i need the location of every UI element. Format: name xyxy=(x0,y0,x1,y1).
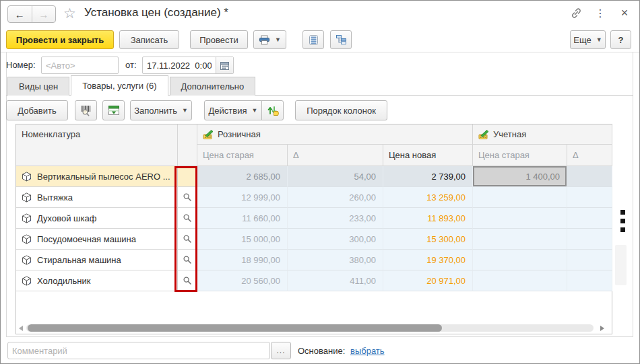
accounting-delta-cell[interactable] xyxy=(567,229,612,250)
tab-additional[interactable]: Дополнительно xyxy=(170,77,256,96)
accounting-old-price-cell[interactable] xyxy=(473,270,567,291)
column-order-button[interactable]: Порядок колонок xyxy=(295,100,387,120)
column-header-retail-delta[interactable]: Δ xyxy=(288,145,383,166)
scroll-left-arrow-icon[interactable] xyxy=(19,326,23,331)
table-row[interactable]: Холодильник 20 560,00 411,00 20 971,00 xyxy=(16,270,612,291)
retail-new-price-cell[interactable]: 15 300,00 xyxy=(383,229,473,250)
accounting-delta-cell[interactable] xyxy=(567,208,612,229)
table-row[interactable]: Стиральная машина 18 990,00 380,00 19 37… xyxy=(16,250,612,270)
back-button[interactable]: ← xyxy=(8,6,32,22)
table-row[interactable]: Посудомоечная машина 15 000,00 300,00 15… xyxy=(16,229,612,250)
fill-menu-button[interactable]: Заполнить▼ xyxy=(130,100,192,120)
accounting-delta-cell[interactable] xyxy=(567,166,612,187)
retail-old-price-cell[interactable]: 11 660,00 xyxy=(197,208,288,229)
comment-expand-button[interactable]: ... xyxy=(271,342,291,359)
retail-old-price-cell[interactable]: 18 990,00 xyxy=(197,250,288,270)
date-input[interactable] xyxy=(143,57,216,73)
product-box-icon xyxy=(22,255,32,265)
accounting-delta-cell[interactable] xyxy=(567,250,612,270)
retail-delta-cell[interactable]: 260,00 xyxy=(288,187,383,208)
post-and-close-button[interactable]: Провести и закрыть xyxy=(6,30,114,49)
close-icon[interactable]: × xyxy=(618,6,631,20)
group-header-accounting[interactable]: 1.00 Учетная xyxy=(473,124,612,145)
retail-delta-cell[interactable]: 300,00 xyxy=(288,229,383,250)
splitter-grip-dot[interactable] xyxy=(620,227,625,232)
vertical-scroll-thumb[interactable] xyxy=(615,245,627,285)
favorite-star-icon[interactable]: ☆ xyxy=(63,5,76,22)
retail-new-price-cell[interactable]: 19 370,00 xyxy=(383,250,473,270)
table-row[interactable]: Вертикальный пылесос AERO ... 2 685,00 5… xyxy=(16,166,612,187)
add-row-button[interactable]: Добавить xyxy=(6,100,68,120)
accounting-old-price-cell[interactable]: 1 400,00 xyxy=(473,166,567,187)
print-button[interactable]: ▼ xyxy=(253,30,286,49)
horizontal-scroll-thumb[interactable] xyxy=(28,324,442,332)
accounting-delta-cell[interactable] xyxy=(567,270,612,291)
reports-button[interactable] xyxy=(302,30,324,49)
document-structure-button[interactable] xyxy=(330,30,352,49)
tab-price-kinds[interactable]: Виды цен xyxy=(7,77,69,96)
pick-items-button[interactable] xyxy=(102,100,125,120)
scroll-right-arrow-icon[interactable] xyxy=(600,326,604,331)
open-item-cell[interactable] xyxy=(178,166,197,187)
calendar-button[interactable] xyxy=(216,57,233,73)
retail-new-price-cell[interactable]: 13 259,00 xyxy=(383,187,473,208)
nomenclature-cell[interactable]: Вытяжка xyxy=(16,187,178,208)
open-item-cell[interactable] xyxy=(178,250,197,270)
splitter-grip-dot[interactable] xyxy=(620,210,625,215)
tab-goods-services[interactable]: Товары, услуги (6) xyxy=(71,75,168,96)
post-button[interactable]: Провести xyxy=(190,30,248,49)
retail-delta-cell[interactable]: 54,00 xyxy=(288,166,383,187)
open-item-cell[interactable] xyxy=(178,229,197,250)
open-item-cell[interactable] xyxy=(178,208,197,229)
column-header-retail-new[interactable]: Цена новая xyxy=(383,145,473,166)
splitter-grip-dot[interactable] xyxy=(620,219,625,223)
retail-old-price-cell[interactable]: 15 000,00 xyxy=(197,229,288,250)
horizontal-scroll-track[interactable] xyxy=(26,324,594,332)
retail-delta-cell[interactable]: 411,00 xyxy=(288,270,383,291)
horizontal-scrollbar[interactable] xyxy=(18,324,610,332)
nomenclature-cell[interactable]: Духовой шкаф xyxy=(16,208,178,229)
number-input[interactable] xyxy=(41,57,119,74)
column-header-retail-old[interactable]: Цена старая xyxy=(197,145,288,166)
nomenclature-cell[interactable]: Стиральная машина xyxy=(16,250,178,270)
column-header-accounting-delta[interactable]: Δ xyxy=(567,145,612,166)
retail-delta-cell[interactable]: 233,00 xyxy=(288,208,383,229)
window-menu-icon[interactable]: ⋮ xyxy=(594,6,607,20)
accounting-old-price-cell[interactable] xyxy=(473,187,567,208)
nomenclature-cell[interactable]: Посудомоечная машина xyxy=(16,229,178,250)
product-box-icon xyxy=(22,172,32,182)
column-header-nomenclature[interactable]: Номенклатура xyxy=(16,124,178,166)
nomenclature-cell[interactable]: Холодильник xyxy=(16,270,178,291)
table-row[interactable]: Духовой шкаф 11 660,00 233,00 11 893,00 xyxy=(16,208,612,229)
comment-input[interactable] xyxy=(7,342,270,359)
nomenclature-cell[interactable]: Вертикальный пылесос AERO ... xyxy=(16,166,178,187)
link-icon[interactable] xyxy=(569,6,583,20)
actions-menu-button[interactable]: Действия▼ xyxy=(204,100,262,120)
help-button[interactable]: ? xyxy=(610,30,631,49)
accounting-old-price-cell[interactable] xyxy=(473,229,567,250)
retail-new-price-cell[interactable]: 20 971,00 xyxy=(383,270,473,291)
retail-old-price-cell[interactable]: 12 999,00 xyxy=(197,187,288,208)
more-button[interactable]: Еще▼ xyxy=(570,30,606,49)
open-item-cell[interactable] xyxy=(178,187,197,208)
change-prices-button[interactable] xyxy=(261,100,284,120)
barcode-search-button[interactable] xyxy=(75,100,97,120)
forward-button[interactable]: → xyxy=(32,6,56,22)
retail-new-price-cell[interactable]: 11 893,00 xyxy=(383,208,473,229)
write-button[interactable]: Записать xyxy=(119,30,179,49)
basis-select-link[interactable]: выбрать xyxy=(350,346,385,356)
retail-delta-cell[interactable]: 380,00 xyxy=(288,250,383,270)
open-item-cell[interactable] xyxy=(178,270,197,291)
table-row[interactable]: Вытяжка 12 999,00 260,00 13 259,00 xyxy=(16,187,612,208)
accounting-old-price-cell[interactable] xyxy=(473,250,567,270)
group-header-retail[interactable]: 1.00 Розничная xyxy=(197,124,473,145)
retail-new-price-cell[interactable]: 2 739,00 xyxy=(383,166,473,187)
column-header-accounting-old[interactable]: Цена старая xyxy=(473,145,567,166)
retail-old-price-cell[interactable]: 20 560,00 xyxy=(197,270,288,291)
item-name: Вытяжка xyxy=(37,192,73,203)
accounting-delta-cell[interactable] xyxy=(567,187,612,208)
column-header-zoom[interactable] xyxy=(178,124,197,166)
retail-old-price-cell[interactable]: 2 685,00 xyxy=(197,166,288,187)
accounting-old-price-cell[interactable] xyxy=(473,208,567,229)
product-box-icon xyxy=(22,192,32,203)
